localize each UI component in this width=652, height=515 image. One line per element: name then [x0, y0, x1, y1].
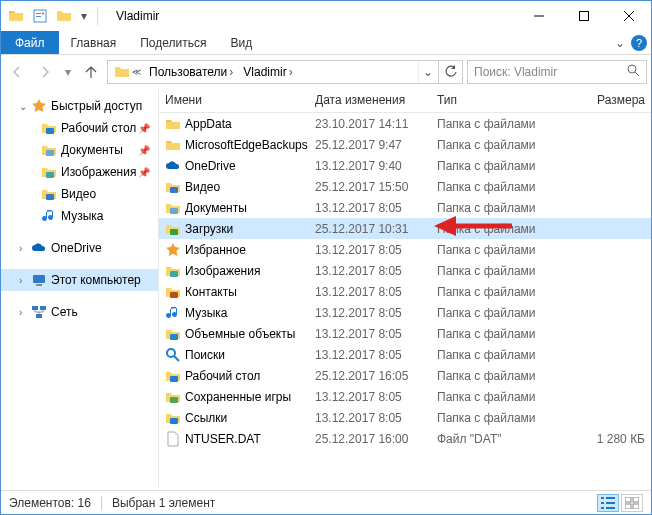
status-count: Элементов: 16: [9, 496, 91, 510]
tree-network[interactable]: ›Сеть: [1, 301, 158, 323]
contacts-icon: [165, 284, 181, 300]
search-icon[interactable]: [627, 64, 640, 80]
ribbon-tabs: Файл Главная Поделиться Вид ⌄ ?: [1, 31, 651, 55]
table-row[interactable]: Видео 25.12.2017 15:50 Папка с файлами: [159, 176, 651, 197]
svg-rect-33: [606, 502, 615, 504]
qat-dropdown[interactable]: ▾: [77, 5, 91, 27]
column-name[interactable]: Имени: [159, 89, 309, 112]
address-bar: ▾ ≪ Пользователи› Vladimir› ⌄ Поиск: Vla…: [1, 55, 651, 89]
table-row[interactable]: Объемные объекты 13.12.2017 8:05 Папка с…: [159, 323, 651, 344]
table-row[interactable]: Загрузки 25.12.2017 10:31 Папка с файлам…: [159, 218, 651, 239]
tree-this-pc[interactable]: ›Этот компьютер: [1, 269, 158, 291]
up-button[interactable]: [79, 60, 103, 84]
svg-rect-30: [601, 497, 604, 499]
column-type[interactable]: Тип: [431, 89, 559, 112]
column-headers: Имени Дата изменения Тип Размера: [159, 89, 651, 113]
recent-dropdown[interactable]: ▾: [61, 60, 75, 84]
column-date[interactable]: Дата изменения: [309, 89, 431, 112]
svg-rect-36: [625, 497, 631, 502]
table-row[interactable]: Поиски 13.12.2017 8:05 Папка с файлами: [159, 344, 651, 365]
svg-rect-1: [36, 13, 41, 14]
table-row[interactable]: AppData 23.10.2017 14:11 Папка с файлами: [159, 113, 651, 134]
window-title: Vladimir: [116, 9, 516, 23]
help-icon[interactable]: ?: [631, 35, 647, 51]
tab-share[interactable]: Поделиться: [128, 31, 218, 54]
search-placeholder: Поиск: Vladimir: [474, 65, 557, 79]
svg-rect-10: [46, 128, 54, 134]
svg-line-9: [635, 72, 639, 76]
svg-rect-20: [170, 208, 178, 214]
table-row[interactable]: OneDrive 13.12.2017 9:40 Папка с файлами: [159, 155, 651, 176]
column-size[interactable]: Размера: [559, 89, 651, 112]
table-row[interactable]: MicrosoftEdgeBackups 25.12.2017 9:47 Пап…: [159, 134, 651, 155]
view-details-button[interactable]: [597, 494, 619, 512]
table-row[interactable]: Документы 13.12.2017 8:05 Папка с файлам…: [159, 197, 651, 218]
search-input[interactable]: Поиск: Vladimir: [467, 60, 647, 84]
video-icon: [165, 179, 181, 195]
breadcrumb-history-dropdown[interactable]: ⌄: [418, 61, 436, 83]
desktop-icon: [165, 368, 181, 384]
tab-home[interactable]: Главная: [59, 31, 129, 54]
table-row[interactable]: Контакты 13.12.2017 8:05 Папка с файлами: [159, 281, 651, 302]
svg-rect-22: [170, 271, 178, 277]
folder-icon: [165, 116, 181, 132]
ribbon-expand-icon[interactable]: ⌄: [615, 36, 625, 50]
breadcrumb-segment[interactable]: Пользователи›: [145, 61, 239, 83]
svg-rect-31: [606, 497, 615, 499]
tree-item[interactable]: Музыка: [1, 205, 158, 227]
tree-item[interactable]: Видео: [1, 183, 158, 205]
svg-rect-13: [46, 194, 54, 200]
svg-rect-14: [33, 275, 45, 283]
docs-icon: [165, 200, 181, 216]
svg-rect-23: [170, 292, 178, 298]
folder-icon: [5, 5, 27, 27]
tree-item[interactable]: Рабочий стол📌: [1, 117, 158, 139]
tree-quick-access[interactable]: ⌄Быстрый доступ: [1, 95, 158, 117]
table-row[interactable]: Музыка 13.12.2017 8:05 Папка с файлами: [159, 302, 651, 323]
breadcrumb-segment[interactable]: Vladimir›: [239, 61, 298, 83]
table-row[interactable]: Изображения 13.12.2017 8:05 Папка с файл…: [159, 260, 651, 281]
breadcrumb-root-icon[interactable]: ≪: [110, 61, 145, 83]
3d-icon: [165, 326, 181, 342]
svg-rect-29: [170, 418, 178, 424]
svg-point-8: [628, 65, 636, 73]
status-bar: Элементов: 16 Выбран 1 элемент: [1, 490, 651, 514]
svg-point-25: [167, 349, 175, 357]
music-icon: [165, 305, 181, 321]
tree-item[interactable]: Изображения📌: [1, 161, 158, 183]
svg-rect-39: [633, 504, 639, 509]
tab-file[interactable]: Файл: [1, 31, 59, 54]
svg-rect-34: [601, 507, 604, 509]
pics-icon: [165, 263, 181, 279]
breadcrumb[interactable]: ≪ Пользователи› Vladimir› ⌄: [107, 60, 439, 84]
tree-onedrive[interactable]: ›OneDrive: [1, 237, 158, 259]
tree-item[interactable]: Документы📌: [1, 139, 158, 161]
status-selection: Выбран 1 элемент: [112, 496, 215, 510]
table-row[interactable]: Рабочий стол 25.12.2017 16:05 Папка с фа…: [159, 365, 651, 386]
svg-rect-2: [36, 16, 41, 17]
minimize-button[interactable]: [516, 2, 561, 30]
file-icon: [165, 431, 181, 447]
svg-rect-19: [170, 187, 178, 193]
close-button[interactable]: [606, 2, 651, 30]
games-icon: [165, 389, 181, 405]
back-button[interactable]: [5, 60, 29, 84]
folder-icon: [165, 137, 181, 153]
refresh-button[interactable]: [439, 60, 463, 84]
svg-rect-32: [601, 502, 604, 504]
onedrive-icon: [165, 158, 181, 174]
forward-button[interactable]: [33, 60, 57, 84]
view-icons-button[interactable]: [621, 494, 643, 512]
navigation-pane: ⌄Быстрый доступРабочий стол📌Документы📌Из…: [1, 89, 159, 487]
qat-properties[interactable]: [29, 5, 51, 27]
svg-line-26: [174, 356, 179, 361]
svg-rect-17: [40, 306, 46, 310]
table-row[interactable]: Ссылки 13.12.2017 8:05 Папка с файлами: [159, 407, 651, 428]
table-row[interactable]: Сохраненные игры 13.12.2017 8:05 Папка с…: [159, 386, 651, 407]
folder-icon: [53, 5, 75, 27]
tab-view[interactable]: Вид: [218, 31, 264, 54]
maximize-button[interactable]: [561, 2, 606, 30]
table-row[interactable]: Избранное 13.12.2017 8:05 Папка с файлам…: [159, 239, 651, 260]
search-icon: [165, 347, 181, 363]
table-row[interactable]: NTUSER.DAT 25.12.2017 16:00 Файл "DAT" 1…: [159, 428, 651, 449]
